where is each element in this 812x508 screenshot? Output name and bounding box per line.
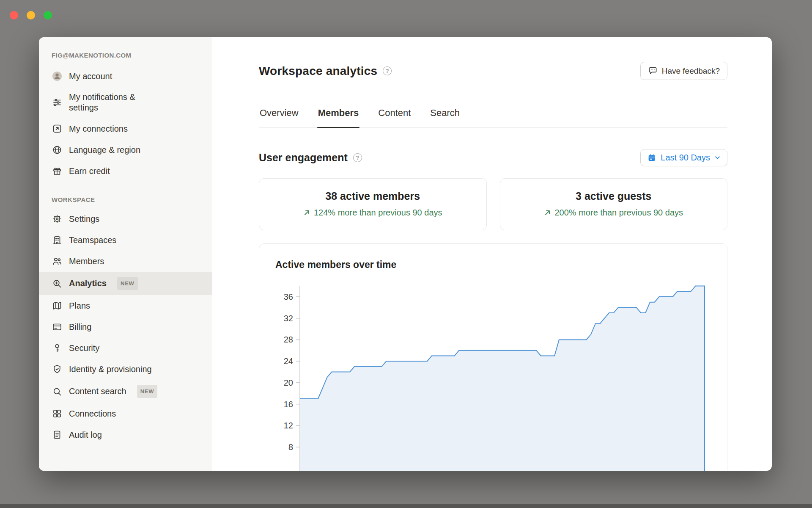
- chart-title: Active members over time: [275, 259, 727, 271]
- sidebar-item-plans[interactable]: Plans: [39, 295, 212, 316]
- engagement-stat-cards: 38 active members 124% more than previou…: [259, 178, 727, 230]
- help-icon[interactable]: ?: [353, 153, 362, 162]
- key-icon: [52, 342, 63, 353]
- sidebar-item-label: Connections: [69, 409, 116, 419]
- help-icon[interactable]: ?: [383, 66, 392, 75]
- sidebar-item-members[interactable]: Members: [39, 251, 212, 272]
- sidebar-item-audit-log[interactable]: Audit log: [39, 424, 212, 445]
- sidebar-item-label: Members: [69, 256, 104, 267]
- sidebar-item-settings[interactable]: Settings: [39, 208, 212, 229]
- svg-text:16: 16: [284, 400, 293, 409]
- have-feedback-button[interactable]: Have feedback?: [640, 62, 727, 80]
- sidebar-item-label: Language & region: [69, 145, 140, 155]
- active-members-stat-card: 38 active members 124% more than previou…: [259, 178, 487, 230]
- globe-icon: [52, 144, 63, 155]
- shield-check-icon: [52, 364, 63, 375]
- page-header: Workspace analytics ? Have feedback?: [259, 62, 727, 93]
- trend-up-arrow-icon: [303, 209, 310, 216]
- svg-text:32: 32: [284, 314, 293, 323]
- building-icon: [52, 235, 63, 246]
- map-icon: [52, 300, 63, 311]
- analytics-magnifier-icon: [52, 278, 63, 289]
- chevron-down-icon: [714, 155, 721, 161]
- people-icon: [52, 256, 63, 267]
- active-guests-stat-card: 3 active guests 200% more than previous …: [500, 178, 728, 230]
- sidebar-item-earn-credit[interactable]: Earn credit: [39, 160, 212, 182]
- trend-up-arrow-icon: [544, 209, 551, 216]
- search-icon: [52, 386, 63, 397]
- svg-text:36: 36: [284, 292, 293, 301]
- sidebar-item-teamspaces[interactable]: Teamspaces: [39, 229, 212, 251]
- tab-search[interactable]: Search: [429, 93, 461, 127]
- date-range-label: Last 90 Days: [661, 153, 710, 163]
- sidebar-item-label: My notifications & settings: [69, 92, 161, 113]
- sidebar-item-security[interactable]: Security: [39, 337, 212, 359]
- speech-bubble-icon: [648, 66, 658, 76]
- gift-icon: [52, 166, 63, 177]
- sidebar-item-label: Analytics: [69, 278, 107, 289]
- sidebar-item-label: Teamspaces: [69, 235, 116, 246]
- sidebar-item-my-notifications-settings[interactable]: My notifications & settings: [39, 87, 212, 118]
- active-members-chart-card: Active members over time 812162024283236: [259, 243, 727, 471]
- sidebar-item-label: My connections: [69, 124, 128, 134]
- tab-content[interactable]: Content: [377, 93, 411, 127]
- window-controls: [10, 11, 52, 19]
- zoom-window-button[interactable]: [44, 11, 52, 19]
- sidebar-item-my-account[interactable]: My account: [39, 66, 212, 87]
- account-email-header: FIG@MAKENOTION.COM: [39, 52, 212, 66]
- sliders-icon: [52, 97, 63, 108]
- stat-value: 3 active guests: [505, 190, 723, 202]
- sidebar-item-label: Earn credit: [69, 166, 110, 177]
- stat-delta-text: 200% more than previous 90 days: [554, 208, 683, 218]
- svg-text:12: 12: [284, 421, 293, 430]
- stat-value: 38 active members: [263, 190, 482, 202]
- date-range-button[interactable]: Last 90 Days: [640, 149, 727, 166]
- minimize-window-button[interactable]: [27, 11, 35, 19]
- grid-icon: [52, 408, 63, 419]
- sidebar-item-label: Audit log: [69, 430, 102, 440]
- sidebar-item-label: Settings: [69, 214, 99, 224]
- sidebar-item-label: My account: [69, 71, 112, 82]
- sidebar-item-my-connections[interactable]: My connections: [39, 118, 212, 139]
- svg-text:20: 20: [284, 378, 293, 387]
- stat-delta-text: 124% more than previous 90 days: [314, 208, 442, 218]
- user-avatar: [52, 71, 63, 82]
- settings-sidebar: FIG@MAKENOTION.COM My account My notific…: [39, 37, 212, 471]
- settings-modal: FIG@MAKENOTION.COM My account My notific…: [39, 37, 772, 471]
- sidebar-item-identity-provisioning[interactable]: Identity & provisioning: [39, 359, 212, 380]
- sidebar-item-label: Plans: [69, 301, 90, 311]
- scroll-icon: [52, 429, 63, 440]
- sidebar-item-billing[interactable]: Billing: [39, 316, 212, 337]
- svg-text:24: 24: [284, 356, 293, 366]
- sidebar-item-label: Security: [69, 343, 99, 353]
- tab-members[interactable]: Members: [317, 93, 360, 127]
- analytics-main-content: Workspace analytics ? Have feedback? Ove…: [212, 37, 772, 471]
- svg-text:28: 28: [284, 335, 293, 344]
- desktop-edge: [0, 504, 812, 508]
- active-members-chart: 812162024283236: [275, 281, 712, 471]
- have-feedback-label: Have feedback?: [662, 66, 720, 76]
- sidebar-item-connections[interactable]: Connections: [39, 403, 212, 424]
- close-window-button[interactable]: [10, 11, 18, 19]
- sidebar-item-label: Identity & provisioning: [69, 364, 152, 375]
- section-title: User engagement: [259, 152, 348, 164]
- new-badge: NEW: [117, 277, 138, 290]
- page-title: Workspace analytics: [259, 64, 377, 78]
- tab-overview[interactable]: Overview: [259, 93, 299, 127]
- sidebar-item-content-search[interactable]: Content search NEW: [39, 380, 212, 403]
- new-badge: NEW: [137, 385, 158, 398]
- workspace-section-header: WORKSPACE: [39, 196, 212, 208]
- user-engagement-header: User engagement ? Last 90 Days: [259, 149, 727, 166]
- calendar-icon: [647, 153, 656, 163]
- arrow-up-right-box-icon: [52, 123, 63, 134]
- sidebar-item-label: Billing: [69, 322, 91, 332]
- svg-text:8: 8: [288, 442, 293, 452]
- sidebar-item-analytics[interactable]: Analytics NEW: [39, 272, 212, 295]
- gear-icon: [52, 213, 63, 224]
- sidebar-item-label: Content search: [69, 386, 126, 397]
- analytics-tabs: Overview Members Content Search: [259, 93, 727, 128]
- sidebar-item-language-region[interactable]: Language & region: [39, 139, 212, 160]
- credit-card-icon: [52, 321, 63, 332]
